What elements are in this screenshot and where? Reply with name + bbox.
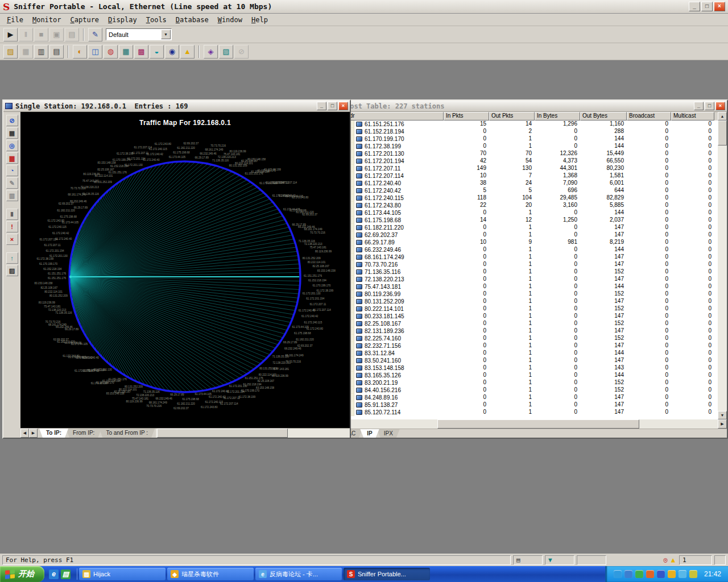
table-row[interactable]: 61.172.240.4038247,0906,00100: [334, 180, 718, 187]
open-button[interactable]: ▨: [3, 45, 18, 59]
column-header-out-pkts[interactable]: Out Pkts: [489, 112, 535, 120]
table-row[interactable]: 71.136.35.11601015200: [334, 268, 718, 276]
station-minimize-button[interactable]: _: [317, 102, 326, 110]
matrix-button[interactable]: ◍: [104, 45, 118, 59]
horizontal-scrollbar[interactable]: ◀ ▶: [334, 419, 727, 429]
table-row[interactable]: 61.175.198.6814121,2502,03700: [334, 217, 718, 224]
table-row[interactable]: 80.222.114.10101015200: [334, 305, 718, 313]
menu-window[interactable]: Window: [213, 15, 247, 25]
menu-display[interactable]: Display: [104, 15, 142, 25]
table-row[interactable]: 61.172.38.19901014400: [334, 143, 718, 150]
host-table-button[interactable]: ◫: [88, 45, 102, 59]
table-row[interactable]: 72.138.220.21301014700: [334, 276, 718, 283]
start-button[interactable]: 开始: [0, 566, 44, 582]
dashboard-button[interactable]: ◐: [73, 45, 87, 59]
column-header-multicast[interactable]: Multicast: [671, 112, 714, 120]
table-row[interactable]: 61.172.207.1141071,3681,58100: [334, 172, 718, 180]
station-close-button[interactable]: ×: [338, 102, 348, 110]
vertical-scrollbar[interactable]: ▲ ▼: [718, 112, 727, 419]
tab-ipx[interactable]: IPX: [377, 429, 400, 438]
tray-download-icon[interactable]: [657, 570, 665, 578]
tray-update-icon[interactable]: [668, 570, 676, 578]
task-rising-antivirus[interactable]: ◆瑞星杀毒软件: [167, 568, 254, 580]
capture-filter-button[interactable]: ◈: [204, 45, 218, 59]
address-book-button[interactable]: ▧: [219, 45, 233, 59]
tab-from-ip-[interactable]: From IP:: [66, 429, 101, 438]
table-row[interactable]: 84.248.89.1601014700: [334, 394, 718, 401]
tab-ip[interactable]: IP: [360, 429, 379, 438]
table-view-icon[interactable]: ▦: [6, 127, 18, 139]
tab-scroll-left-button[interactable]: ◀: [20, 429, 29, 438]
table-row[interactable]: 70.73.70.21601014700: [334, 261, 718, 268]
task-antivirus-forum[interactable]: e反病毒论坛 - 卡...: [255, 568, 342, 580]
tab-to-ip-[interactable]: To IP:: [39, 429, 68, 438]
column-header-in-bytes[interactable]: In Bytes: [535, 112, 580, 120]
filter-combobox[interactable]: Default ▼: [106, 28, 172, 40]
scroll-down-button[interactable]: ▼: [718, 411, 727, 419]
print-button[interactable]: ▥: [34, 45, 48, 59]
table-row[interactable]: 75.47.143.18101014400: [334, 283, 718, 290]
host-table-window[interactable]: Host Table: 227 stations _ □ × IP AddrIn…: [333, 99, 728, 439]
refresh-icon[interactable]: ↑: [6, 252, 18, 264]
table-row[interactable]: 61.170.199.17001014400: [334, 135, 718, 143]
column-header-in-pkts[interactable]: In Pkts: [444, 112, 489, 120]
print-preview-button[interactable]: ▤: [49, 45, 64, 59]
maximize-button[interactable]: □: [701, 2, 713, 11]
scroll-right-button[interactable]: ▶: [718, 419, 727, 429]
task-sniffer[interactable]: SSniffer Portable...: [344, 568, 430, 580]
table-row[interactable]: 84.40.156.21601015200: [334, 386, 718, 394]
menu-capture[interactable]: Capture: [66, 15, 104, 25]
tray-messenger-icon[interactable]: [614, 570, 622, 578]
close-button[interactable]: ×: [714, 2, 725, 11]
table-row[interactable]: 83.165.35.12601014400: [334, 372, 718, 379]
application-response-button[interactable]: ▦: [119, 45, 133, 59]
table-row[interactable]: 66.29.17.891099818,21900: [334, 239, 718, 246]
table-row[interactable]: 80.131.252.20901014700: [334, 298, 718, 305]
task-hijack[interactable]: ▨Hijack: [79, 568, 166, 580]
host-minimize-button[interactable]: _: [694, 102, 704, 110]
column-header-broadcast[interactable]: Broadcast: [627, 112, 671, 120]
vertical-scroll-track[interactable]: [718, 120, 727, 411]
tray-antivirus-icon[interactable]: [635, 570, 643, 578]
show-desktop-icon[interactable]: ▤: [61, 569, 71, 579]
table-row[interactable]: 61.151.251.17615141,2961,16000: [334, 120, 718, 128]
table-row[interactable]: 80.119.236.9901015200: [334, 290, 718, 298]
table-row[interactable]: 82.25.108.16701015200: [334, 320, 718, 327]
single-station-window[interactable]: Single Station: 192.168.0.1 Entries : 16…: [2, 99, 351, 439]
table-row[interactable]: 80.233.181.14501014700: [334, 313, 718, 320]
tray-alarm-icon[interactable]: [689, 570, 697, 578]
global-statistics-button[interactable]: ◉: [165, 45, 179, 59]
menu-tools[interactable]: Tools: [142, 15, 171, 25]
tab-scroll-right-button[interactable]: ▶: [29, 429, 38, 438]
filter-icon[interactable]: ⊘: [6, 115, 18, 126]
scroll-up-button[interactable]: ▲: [718, 112, 727, 120]
minimize-button[interactable]: _: [689, 2, 700, 11]
host-maximize-button[interactable]: □: [705, 102, 714, 110]
start-capture-button[interactable]: ▶: [3, 28, 18, 41]
station-scroll-track[interactable]: [156, 429, 350, 438]
zoom-icon[interactable]: ◎: [6, 140, 18, 151]
protocol-distribution-button[interactable]: ◒: [150, 45, 164, 59]
alarm-status-icon[interactable]: ▲: [671, 556, 675, 564]
table-row[interactable]: 61.172.201.130707012,32615,44900: [334, 150, 718, 157]
menu-monitor[interactable]: Monitor: [28, 15, 66, 25]
tab-to-and-from-ip-[interactable]: To and From IP :: [99, 429, 155, 438]
tray-volume-icon[interactable]: [624, 570, 632, 578]
host-close-button[interactable]: ×: [715, 102, 725, 110]
table-row[interactable]: 83.50.241.16001014700: [334, 357, 718, 364]
bar-chart-icon[interactable]: ▆: [6, 152, 18, 164]
table-row[interactable]: 61.172.207.1114913044,30180,23000: [334, 165, 718, 172]
horizontal-scroll-thumb[interactable]: [437, 419, 639, 429]
table-row[interactable]: 68.161.174.24901014700: [334, 253, 718, 261]
table-row[interactable]: 85.91.138.2701014700: [334, 401, 718, 409]
station-maximize-button[interactable]: □: [328, 102, 337, 110]
table-row[interactable]: 82.232.71.15601014700: [334, 342, 718, 350]
properties-icon[interactable]: ▨: [6, 265, 18, 276]
table-row[interactable]: 61.172.243.8022203,1605,88500: [334, 202, 718, 209]
menu-file[interactable]: File: [2, 15, 28, 25]
table-row[interactable]: 61.173.44.10501014400: [334, 209, 718, 217]
menu-help[interactable]: Help: [247, 15, 272, 25]
table-row[interactable]: 82.131.189.23601014700: [334, 327, 718, 335]
tray-firewall-icon[interactable]: [646, 570, 654, 578]
table-row[interactable]: 61.172.240.11511810429,48582,82900: [334, 194, 718, 202]
